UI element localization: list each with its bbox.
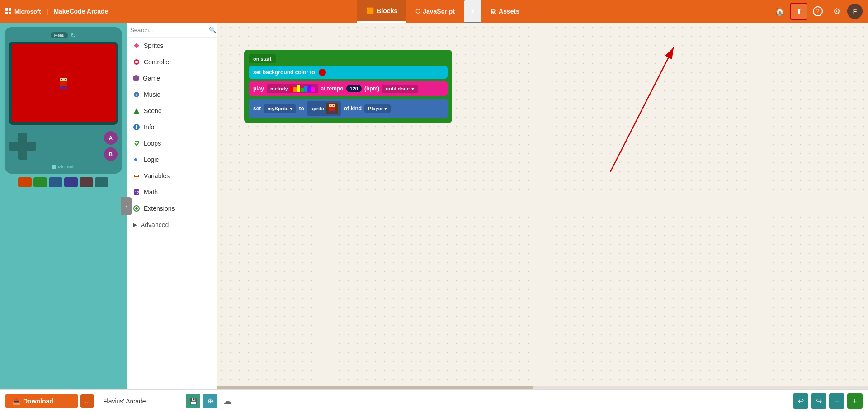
download-area: 📥 Download ... [5,394,94,408]
redo-button[interactable]: ↪ [811,393,826,409]
github-button[interactable]: ⊕ [203,394,217,408]
undo-button[interactable]: ↩ [793,393,808,409]
bottom-btn-4[interactable] [64,177,78,187]
sidebar-item-advanced[interactable]: ▶ Advanced [127,217,217,233]
bottom-btn-5[interactable] [80,177,93,187]
sprite-character [58,76,69,90]
refresh-button[interactable]: ↻ [71,32,76,39]
sidebar-collapse-button[interactable]: ‹ [121,197,132,215]
extensions-label: Extensions [144,205,175,212]
undo-icon: ↩ [798,397,804,405]
until-done-inner[interactable]: until done ▾ [382,85,418,93]
sidebar-item-scene[interactable]: Scene [127,103,217,119]
scrollbar-track[interactable] [217,386,868,389]
sidebar-item-logic[interactable]: Logic [127,152,217,168]
info-icon: i [133,123,140,131]
svg-rect-23 [330,103,334,104]
sync-button[interactable]: ☁ [220,394,235,408]
until-done-text: until done [386,86,410,91]
tab-javascript[interactable]: ⬡ JavaScript [406,0,464,23]
controller-icon [133,58,140,66]
tempo-number: 120 [350,86,358,91]
svg-rect-29 [329,111,331,113]
svg-rect-6 [60,86,63,89]
tempo-value[interactable]: 120 [346,85,362,92]
bottom-btn-6[interactable] [95,177,108,187]
settings-button[interactable]: ⚙ [828,3,845,20]
assets-icon: 🖼 [491,8,496,14]
controller-label: Controller [144,58,171,66]
bottom-btn-2[interactable] [33,177,47,187]
download-label: Download [23,398,53,405]
navbar: Microsoft | MakeCode Arcade 🟧 Blocks ⬡ J… [0,0,868,23]
more-button[interactable]: ... [80,394,94,408]
button-a[interactable]: A [104,131,118,145]
sidebar-item-info[interactable]: i Info [127,119,217,135]
sidebar-item-extensions[interactable]: Extensions [127,200,217,217]
sidebar-item-controller[interactable]: Controller [127,54,217,70]
set-text: set [253,105,261,112]
extensions-icon [133,205,140,212]
until-chevron: ▾ [411,86,414,92]
play-text: play [253,85,264,92]
on-start-block-group[interactable]: on start set background color to play me… [244,50,452,123]
screen-container [9,42,118,125]
variables-label: Variables [144,172,170,180]
action-buttons: A B [104,131,118,161]
sprites-icon [133,42,140,49]
workspace[interactable]: on start set background color to play me… [217,23,868,389]
bottom-right-actions: ↩ ↪ − + [793,393,863,409]
player-inner[interactable]: Player ▾ [364,104,391,113]
collapse-icon: ‹ [126,203,127,209]
sidebar-item-game[interactable]: Game [127,70,217,86]
download-button[interactable]: 📥 Download [5,394,78,408]
play-melody-block[interactable]: play melody at tempo [249,81,448,96]
set-bg-block[interactable]: set background color to [249,66,448,79]
tab-dropdown[interactable]: ▾ [464,0,481,23]
menu-button[interactable]: Menu [51,32,68,38]
cloud-icon: ☁ [223,396,231,406]
scene-icon [133,107,140,114]
mysprite-inner[interactable]: mySprite ▾ [264,104,296,113]
loops-label: Loops [144,140,161,147]
music-icon: ♪ [133,91,140,98]
more-label: ... [85,398,90,404]
sidebar-item-loops[interactable]: Loops [127,135,217,152]
download-icon: 📥 [13,398,20,405]
svg-text:♪: ♪ [135,92,137,97]
sidebar-item-math[interactable]: 123 Math [127,184,217,200]
bg-color-dot[interactable] [319,69,326,76]
search-input[interactable] [130,27,206,33]
avatar[interactable]: F [847,4,863,19]
help-button[interactable]: ? [809,3,826,20]
zoom-in-button[interactable]: + [847,393,863,409]
tab-javascript-label: JavaScript [423,8,455,15]
button-b[interactable]: B [104,147,118,161]
save-icon: 💾 [189,398,197,405]
bottom-btn-3[interactable] [49,177,62,187]
sidebar-item-sprites[interactable]: Sprites [127,38,217,54]
sprite-inner[interactable]: sprite [307,101,341,116]
home-button[interactable]: 🏠 [771,3,788,20]
tab-blocks[interactable]: 🟧 Blocks [357,0,406,23]
dpad[interactable] [9,133,36,160]
set-sprite-block[interactable]: set mySprite ▾ to sprite [249,99,448,118]
sidebar-item-variables[interactable]: Variables [127,168,217,184]
tab-assets[interactable]: 🖼 Assets [481,0,528,23]
svg-rect-4 [65,79,66,80]
project-name-input[interactable] [103,398,182,405]
scrollbar-thumb[interactable] [217,386,533,389]
btn-b-label: B [109,152,113,157]
melody-inner[interactable]: melody [267,84,318,93]
sprite-preview[interactable] [326,103,338,114]
save-button[interactable]: 💾 [186,394,200,408]
svg-rect-5 [60,81,67,86]
math-label: Math [144,189,158,196]
sidebar-item-music[interactable]: ♪ Music [127,86,217,103]
nav-tabs: 🟧 Blocks ⬡ JavaScript ▾ 🖼 Assets [114,0,771,23]
zoom-out-button[interactable]: − [829,393,844,409]
bottom-btn-1[interactable] [18,177,32,187]
share-button[interactable]: ⬆ [790,3,807,20]
bottom-buttons [18,177,108,187]
melody-label: melody [270,86,288,91]
